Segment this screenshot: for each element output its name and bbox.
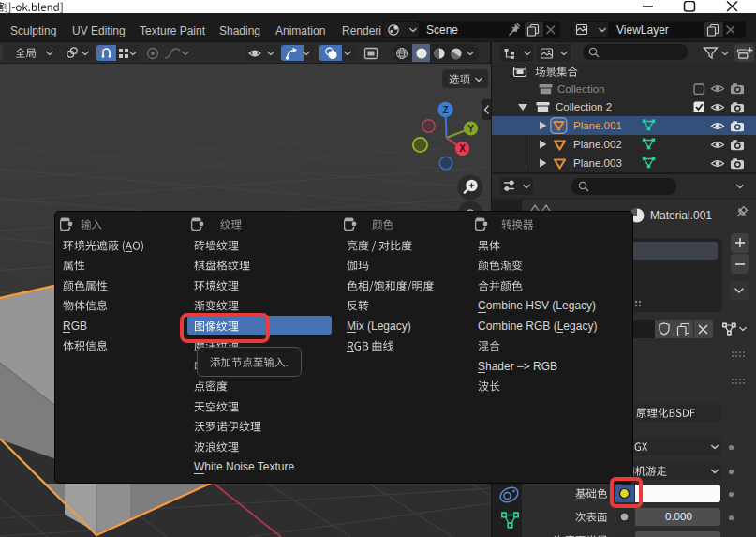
svg-text:Y: Y (467, 124, 474, 134)
svg-text:X: X (459, 143, 466, 154)
svg-text:Z: Z (442, 105, 448, 115)
